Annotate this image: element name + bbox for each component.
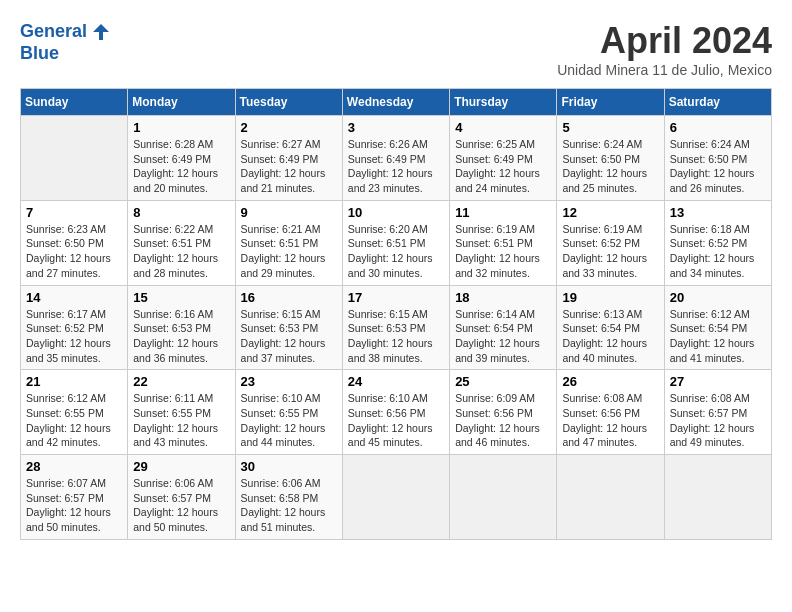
day-number: 12 xyxy=(562,205,658,220)
day-number: 22 xyxy=(133,374,229,389)
day-number: 21 xyxy=(26,374,122,389)
day-detail: Sunrise: 6:24 AM Sunset: 6:50 PM Dayligh… xyxy=(562,138,647,194)
logo-icon xyxy=(89,20,113,44)
calendar-cell xyxy=(557,455,664,540)
day-detail: Sunrise: 6:06 AM Sunset: 6:57 PM Dayligh… xyxy=(133,477,218,533)
calendar-cell: 9Sunrise: 6:21 AM Sunset: 6:51 PM Daylig… xyxy=(235,200,342,285)
day-detail: Sunrise: 6:24 AM Sunset: 6:50 PM Dayligh… xyxy=(670,138,755,194)
calendar-cell: 29Sunrise: 6:06 AM Sunset: 6:57 PM Dayli… xyxy=(128,455,235,540)
location: Unidad Minera 11 de Julio, Mexico xyxy=(557,62,772,78)
day-detail: Sunrise: 6:06 AM Sunset: 6:58 PM Dayligh… xyxy=(241,477,326,533)
day-detail: Sunrise: 6:13 AM Sunset: 6:54 PM Dayligh… xyxy=(562,308,647,364)
calendar-week-row: 14Sunrise: 6:17 AM Sunset: 6:52 PM Dayli… xyxy=(21,285,772,370)
day-detail: Sunrise: 6:10 AM Sunset: 6:56 PM Dayligh… xyxy=(348,392,433,448)
day-detail: Sunrise: 6:15 AM Sunset: 6:53 PM Dayligh… xyxy=(241,308,326,364)
day-number: 10 xyxy=(348,205,444,220)
day-detail: Sunrise: 6:28 AM Sunset: 6:49 PM Dayligh… xyxy=(133,138,218,194)
calendar-cell: 30Sunrise: 6:06 AM Sunset: 6:58 PM Dayli… xyxy=(235,455,342,540)
day-number: 25 xyxy=(455,374,551,389)
calendar-cell: 20Sunrise: 6:12 AM Sunset: 6:54 PM Dayli… xyxy=(664,285,771,370)
day-number: 19 xyxy=(562,290,658,305)
day-detail: Sunrise: 6:15 AM Sunset: 6:53 PM Dayligh… xyxy=(348,308,433,364)
day-number: 28 xyxy=(26,459,122,474)
day-detail: Sunrise: 6:17 AM Sunset: 6:52 PM Dayligh… xyxy=(26,308,111,364)
calendar-table: SundayMondayTuesdayWednesdayThursdayFrid… xyxy=(20,88,772,540)
day-number: 30 xyxy=(241,459,337,474)
calendar-cell: 28Sunrise: 6:07 AM Sunset: 6:57 PM Dayli… xyxy=(21,455,128,540)
day-detail: Sunrise: 6:16 AM Sunset: 6:53 PM Dayligh… xyxy=(133,308,218,364)
day-detail: Sunrise: 6:08 AM Sunset: 6:56 PM Dayligh… xyxy=(562,392,647,448)
calendar-cell: 14Sunrise: 6:17 AM Sunset: 6:52 PM Dayli… xyxy=(21,285,128,370)
day-detail: Sunrise: 6:19 AM Sunset: 6:51 PM Dayligh… xyxy=(455,223,540,279)
day-number: 3 xyxy=(348,120,444,135)
calendar-cell: 17Sunrise: 6:15 AM Sunset: 6:53 PM Dayli… xyxy=(342,285,449,370)
calendar-cell: 15Sunrise: 6:16 AM Sunset: 6:53 PM Dayli… xyxy=(128,285,235,370)
day-detail: Sunrise: 6:11 AM Sunset: 6:55 PM Dayligh… xyxy=(133,392,218,448)
title-area: April 2024 Unidad Minera 11 de Julio, Me… xyxy=(557,20,772,78)
calendar-cell: 25Sunrise: 6:09 AM Sunset: 6:56 PM Dayli… xyxy=(450,370,557,455)
calendar-cell: 2Sunrise: 6:27 AM Sunset: 6:49 PM Daylig… xyxy=(235,116,342,201)
calendar-cell xyxy=(21,116,128,201)
calendar-week-row: 1Sunrise: 6:28 AM Sunset: 6:49 PM Daylig… xyxy=(21,116,772,201)
page-header: General Blue April 2024 Unidad Minera 11… xyxy=(20,20,772,78)
weekday-header-monday: Monday xyxy=(128,89,235,116)
calendar-week-row: 28Sunrise: 6:07 AM Sunset: 6:57 PM Dayli… xyxy=(21,455,772,540)
calendar-cell xyxy=(342,455,449,540)
day-detail: Sunrise: 6:12 AM Sunset: 6:55 PM Dayligh… xyxy=(26,392,111,448)
calendar-cell: 4Sunrise: 6:25 AM Sunset: 6:49 PM Daylig… xyxy=(450,116,557,201)
calendar-cell xyxy=(664,455,771,540)
day-number: 27 xyxy=(670,374,766,389)
day-number: 2 xyxy=(241,120,337,135)
day-number: 17 xyxy=(348,290,444,305)
day-detail: Sunrise: 6:08 AM Sunset: 6:57 PM Dayligh… xyxy=(670,392,755,448)
logo: General Blue xyxy=(20,20,113,64)
calendar-cell: 12Sunrise: 6:19 AM Sunset: 6:52 PM Dayli… xyxy=(557,200,664,285)
day-number: 13 xyxy=(670,205,766,220)
day-detail: Sunrise: 6:07 AM Sunset: 6:57 PM Dayligh… xyxy=(26,477,111,533)
calendar-week-row: 7Sunrise: 6:23 AM Sunset: 6:50 PM Daylig… xyxy=(21,200,772,285)
day-detail: Sunrise: 6:25 AM Sunset: 6:49 PM Dayligh… xyxy=(455,138,540,194)
day-number: 24 xyxy=(348,374,444,389)
day-detail: Sunrise: 6:27 AM Sunset: 6:49 PM Dayligh… xyxy=(241,138,326,194)
day-detail: Sunrise: 6:19 AM Sunset: 6:52 PM Dayligh… xyxy=(562,223,647,279)
calendar-cell: 21Sunrise: 6:12 AM Sunset: 6:55 PM Dayli… xyxy=(21,370,128,455)
calendar-cell: 1Sunrise: 6:28 AM Sunset: 6:49 PM Daylig… xyxy=(128,116,235,201)
calendar-cell: 22Sunrise: 6:11 AM Sunset: 6:55 PM Dayli… xyxy=(128,370,235,455)
calendar-cell: 27Sunrise: 6:08 AM Sunset: 6:57 PM Dayli… xyxy=(664,370,771,455)
day-number: 20 xyxy=(670,290,766,305)
weekday-header-row: SundayMondayTuesdayWednesdayThursdayFrid… xyxy=(21,89,772,116)
day-detail: Sunrise: 6:26 AM Sunset: 6:49 PM Dayligh… xyxy=(348,138,433,194)
day-detail: Sunrise: 6:10 AM Sunset: 6:55 PM Dayligh… xyxy=(241,392,326,448)
calendar-cell: 24Sunrise: 6:10 AM Sunset: 6:56 PM Dayli… xyxy=(342,370,449,455)
weekday-header-tuesday: Tuesday xyxy=(235,89,342,116)
day-number: 8 xyxy=(133,205,229,220)
day-number: 23 xyxy=(241,374,337,389)
day-detail: Sunrise: 6:09 AM Sunset: 6:56 PM Dayligh… xyxy=(455,392,540,448)
day-number: 16 xyxy=(241,290,337,305)
day-number: 6 xyxy=(670,120,766,135)
day-detail: Sunrise: 6:20 AM Sunset: 6:51 PM Dayligh… xyxy=(348,223,433,279)
weekday-header-saturday: Saturday xyxy=(664,89,771,116)
day-number: 26 xyxy=(562,374,658,389)
month-title: April 2024 xyxy=(557,20,772,62)
calendar-cell: 16Sunrise: 6:15 AM Sunset: 6:53 PM Dayli… xyxy=(235,285,342,370)
calendar-cell: 13Sunrise: 6:18 AM Sunset: 6:52 PM Dayli… xyxy=(664,200,771,285)
day-number: 9 xyxy=(241,205,337,220)
calendar-cell: 26Sunrise: 6:08 AM Sunset: 6:56 PM Dayli… xyxy=(557,370,664,455)
calendar-cell: 5Sunrise: 6:24 AM Sunset: 6:50 PM Daylig… xyxy=(557,116,664,201)
day-detail: Sunrise: 6:22 AM Sunset: 6:51 PM Dayligh… xyxy=(133,223,218,279)
day-detail: Sunrise: 6:14 AM Sunset: 6:54 PM Dayligh… xyxy=(455,308,540,364)
day-detail: Sunrise: 6:12 AM Sunset: 6:54 PM Dayligh… xyxy=(670,308,755,364)
calendar-cell: 19Sunrise: 6:13 AM Sunset: 6:54 PM Dayli… xyxy=(557,285,664,370)
calendar-cell: 3Sunrise: 6:26 AM Sunset: 6:49 PM Daylig… xyxy=(342,116,449,201)
calendar-cell: 7Sunrise: 6:23 AM Sunset: 6:50 PM Daylig… xyxy=(21,200,128,285)
day-detail: Sunrise: 6:18 AM Sunset: 6:52 PM Dayligh… xyxy=(670,223,755,279)
day-number: 15 xyxy=(133,290,229,305)
weekday-header-friday: Friday xyxy=(557,89,664,116)
calendar-cell xyxy=(450,455,557,540)
day-number: 1 xyxy=(133,120,229,135)
day-number: 4 xyxy=(455,120,551,135)
weekday-header-wednesday: Wednesday xyxy=(342,89,449,116)
calendar-cell: 10Sunrise: 6:20 AM Sunset: 6:51 PM Dayli… xyxy=(342,200,449,285)
calendar-cell: 18Sunrise: 6:14 AM Sunset: 6:54 PM Dayli… xyxy=(450,285,557,370)
